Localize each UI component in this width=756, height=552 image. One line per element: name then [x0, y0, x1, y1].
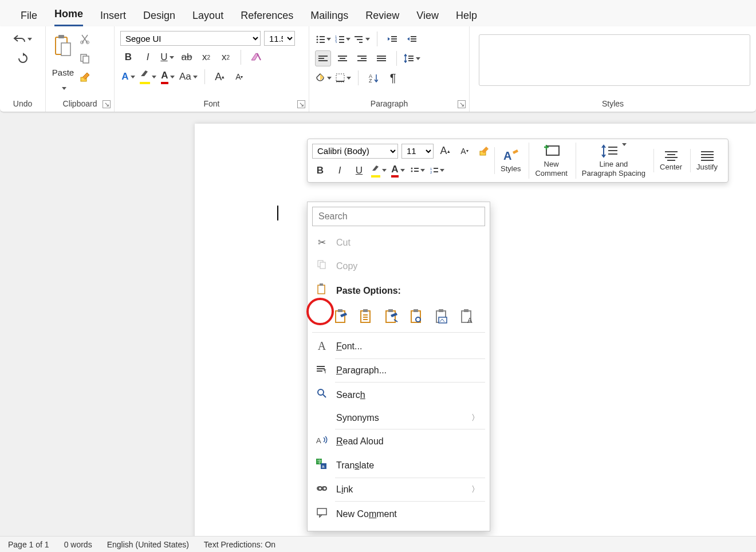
- align-center-button[interactable]: [334, 50, 351, 66]
- font-color-button[interactable]: A: [160, 69, 176, 85]
- paste-text-only[interactable]: A: [459, 308, 476, 325]
- clear-formatting-button[interactable]: [248, 49, 264, 65]
- sort-button[interactable]: AZ: [365, 70, 381, 86]
- tab-design[interactable]: Design: [143, 10, 175, 26]
- tab-file[interactable]: File: [21, 10, 37, 26]
- svg-point-51: [411, 170, 412, 172]
- shrink-font-button[interactable]: A▾: [231, 69, 247, 85]
- align-right-button[interactable]: [354, 50, 370, 66]
- ctx-font[interactable]: A Font...: [312, 334, 485, 358]
- ctx-link[interactable]: Link 〉: [312, 478, 485, 501]
- font-size-select[interactable]: 11.5: [264, 31, 295, 46]
- tab-home[interactable]: Home: [54, 8, 83, 26]
- status-words[interactable]: 0 words: [64, 540, 92, 549]
- paste-link-option[interactable]: [408, 308, 426, 325]
- undo-button[interactable]: [13, 31, 32, 47]
- paste-keep-source-formatting[interactable]: [333, 308, 350, 325]
- ctx-read-aloud[interactable]: A Read Aloud: [312, 429, 485, 453]
- change-case-button[interactable]: Aa: [179, 69, 198, 85]
- mini-styles[interactable]: A Styles: [494, 147, 526, 175]
- font-name-select[interactable]: Segoe UI: [120, 31, 261, 46]
- strikethrough-button[interactable]: ab: [179, 49, 195, 65]
- mini-bullets[interactable]: [410, 163, 426, 179]
- status-language[interactable]: English (United States): [107, 540, 189, 549]
- format-painter-button[interactable]: [77, 70, 93, 86]
- align-justify-button[interactable]: [373, 50, 389, 66]
- mini-underline[interactable]: U: [351, 163, 367, 179]
- superscript-button[interactable]: x2: [218, 49, 234, 65]
- paste-label[interactable]: Paste: [52, 64, 74, 80]
- ctx-translate[interactable]: 字a Translate: [312, 453, 485, 478]
- mini-italic[interactable]: I: [332, 163, 348, 179]
- ctx-search[interactable]: Search: [312, 383, 485, 407]
- ctx-new-comment[interactable]: New Comment: [312, 502, 485, 526]
- line-spacing-button[interactable]: [404, 50, 420, 66]
- increase-indent-button[interactable]: [404, 31, 420, 47]
- text-effects-button[interactable]: A: [120, 69, 136, 85]
- mini-justify[interactable]: Justify: [690, 149, 723, 173]
- svg-rect-67: [701, 154, 714, 155]
- status-predictions[interactable]: Text Predictions: On: [204, 540, 275, 549]
- mini-font-color[interactable]: A: [390, 163, 406, 179]
- tab-insert[interactable]: Insert: [100, 10, 126, 26]
- mini-font-size[interactable]: 11: [401, 144, 434, 159]
- paste-picture-option[interactable]: [383, 308, 400, 325]
- borders-button[interactable]: [335, 70, 351, 86]
- numbering-button[interactable]: 123: [334, 31, 351, 47]
- styles-gallery[interactable]: [479, 34, 750, 86]
- repeat-button[interactable]: [15, 50, 31, 66]
- svg-rect-62: [665, 151, 678, 152]
- copy-button[interactable]: [77, 50, 93, 66]
- svg-text:3: 3: [335, 41, 337, 43]
- cut-button[interactable]: [77, 31, 93, 47]
- mini-numbering[interactable]: 12: [429, 163, 445, 179]
- mini-bold[interactable]: B: [312, 163, 328, 179]
- svg-rect-78: [363, 314, 368, 316]
- bold-button[interactable]: B: [120, 49, 136, 65]
- font-dialog-launcher[interactable]: ↘: [297, 100, 305, 108]
- show-marks-button[interactable]: ¶: [385, 70, 401, 86]
- mini-new-comment[interactable]: New Comment: [529, 143, 573, 179]
- paste-merge-formatting[interactable]: [358, 308, 375, 325]
- mini-grow-font[interactable]: A▴: [437, 143, 453, 159]
- mini-shrink-font[interactable]: A▾: [456, 143, 472, 159]
- align-left-button[interactable]: [315, 50, 331, 66]
- chevron-right-icon: 〉: [471, 413, 479, 423]
- tab-view[interactable]: View: [416, 10, 439, 26]
- grow-font-button[interactable]: A▴: [212, 69, 228, 85]
- mini-highlight[interactable]: [371, 163, 387, 179]
- tab-references[interactable]: References: [241, 10, 293, 26]
- highlight-button[interactable]: [140, 69, 156, 85]
- mini-line-spacing[interactable]: Line and Paragraph Spacing: [576, 143, 651, 179]
- svg-rect-69: [701, 160, 714, 161]
- svg-rect-23: [391, 36, 397, 37]
- mini-format-painter[interactable]: [476, 143, 492, 159]
- context-search-input[interactable]: [312, 207, 485, 226]
- ctx-paragraph[interactable]: ¶ Paragraph...: [312, 359, 485, 382]
- multilevel-list-button[interactable]: [354, 31, 370, 47]
- decrease-indent-button[interactable]: [384, 31, 400, 47]
- mini-center[interactable]: Center: [653, 149, 688, 173]
- clipboard-dialog-launcher[interactable]: ↘: [103, 100, 111, 108]
- svg-rect-71: [320, 262, 325, 269]
- mini-font-name[interactable]: Calibri (Body): [312, 144, 398, 159]
- ctx-synonyms[interactable]: Synonyms 〉: [312, 407, 485, 429]
- subscript-button[interactable]: x2: [198, 49, 214, 65]
- tab-mailings[interactable]: Mailings: [310, 10, 348, 26]
- copy-icon: [316, 260, 328, 272]
- bullets-button[interactable]: [315, 31, 331, 47]
- svg-rect-30: [318, 58, 324, 59]
- svg-rect-34: [338, 60, 347, 61]
- shading-button[interactable]: [315, 70, 332, 86]
- paragraph-dialog-launcher[interactable]: ↘: [458, 100, 466, 108]
- paste-dropdown[interactable]: [58, 84, 68, 93]
- svg-point-10: [316, 39, 318, 41]
- status-page[interactable]: Page 1 of 1: [8, 540, 49, 549]
- tab-help[interactable]: Help: [456, 10, 477, 26]
- paste-as-picture[interactable]: [434, 308, 451, 325]
- tab-layout[interactable]: Layout: [192, 10, 223, 26]
- italic-button[interactable]: I: [140, 49, 156, 65]
- tab-review[interactable]: Review: [365, 10, 399, 26]
- paste-button[interactable]: [52, 31, 74, 61]
- underline-button[interactable]: U: [159, 49, 175, 65]
